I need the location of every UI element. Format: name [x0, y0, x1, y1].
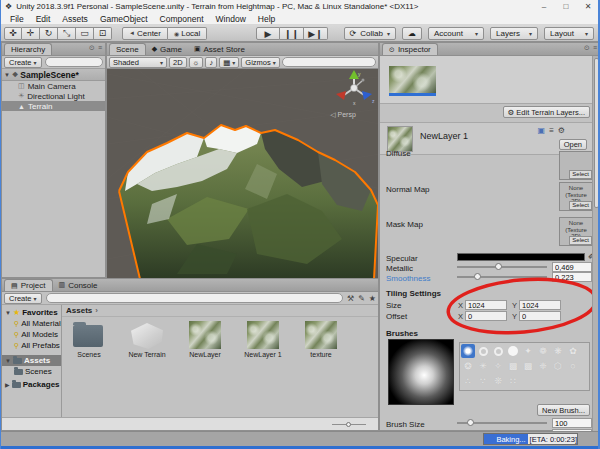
open-button[interactable]: Open	[559, 139, 587, 150]
transform-tool-icon[interactable]: ⊡	[94, 27, 112, 40]
smoothness-slider[interactable]	[457, 273, 547, 281]
hierarchy-search-input[interactable]	[45, 57, 103, 67]
foldout-icon[interactable]: ▼	[4, 72, 10, 78]
asset-texture[interactable]: texture	[296, 321, 346, 358]
tree-all-models[interactable]: ⚲All Models	[2, 329, 61, 340]
rect-tool-icon[interactable]: ▭	[76, 27, 94, 40]
brush-size-slider[interactable]	[457, 419, 547, 427]
normal-map-select-button[interactable]: Select	[569, 201, 592, 210]
brush-swatch-19[interactable]: ∷	[506, 374, 520, 388]
menu-component[interactable]: Component	[155, 14, 209, 24]
hand-tool-icon[interactable]: ✜	[4, 27, 22, 40]
search-by-type-icon[interactable]: ⚒	[347, 294, 354, 303]
scene-search-input[interactable]	[282, 57, 376, 67]
diffuse-select-button[interactable]: Select	[569, 170, 592, 179]
gear-icon[interactable]: ⚙	[558, 126, 565, 135]
tab-console[interactable]: ▥Console	[53, 279, 104, 291]
scale-tool-icon[interactable]: ⤡	[58, 27, 76, 40]
normal-map-slot[interactable]: None(Texture2D) Select	[559, 182, 593, 211]
scene-fx-dropdown[interactable]: ▦▾	[219, 57, 239, 68]
tab-game[interactable]: ◆Game	[146, 43, 188, 55]
brush-swatch-17[interactable]: ∵	[476, 374, 490, 388]
account-dropdown[interactable]: Account▾	[428, 27, 484, 40]
move-tool-icon[interactable]: ✛	[22, 27, 40, 40]
tab-scene[interactable]: Scene	[109, 43, 146, 55]
tab-project[interactable]: ▤Project	[4, 279, 53, 291]
menu-window[interactable]: Window	[211, 14, 251, 24]
close-button[interactable]: ✕	[577, 0, 599, 13]
tree-assets[interactable]: ▼Assets	[2, 355, 61, 366]
scene-root-row[interactable]: ▼ ❖ SampleScene*	[2, 69, 105, 81]
search-by-label-icon[interactable]: ✎	[358, 294, 365, 303]
brush-swatch-5[interactable]: ❁	[536, 344, 550, 358]
offset-y-field[interactable]	[519, 311, 561, 321]
favorites-star-icon[interactable]: ★	[369, 294, 376, 303]
shading-mode-dropdown[interactable]: Shaded▾	[109, 57, 167, 68]
brush-swatch-13[interactable]: ❈	[536, 359, 550, 373]
2d-toggle[interactable]: 2D	[169, 57, 187, 68]
hierarchy-item-main-camera[interactable]: ◫ Main Camera	[2, 81, 105, 91]
diffuse-texture-slot[interactable]: Select	[559, 151, 593, 180]
edit-terrain-layers-button[interactable]: ⚙ Edit Terrain Layers...	[503, 106, 590, 118]
collab-dropdown[interactable]: ⟳Collab▾	[344, 27, 396, 40]
menu-help[interactable]: Help	[253, 14, 280, 24]
menu-file[interactable]: File	[5, 14, 29, 24]
smoothness-value-field[interactable]	[552, 272, 592, 282]
brush-swatch-3[interactable]	[506, 344, 520, 358]
metallic-value-field[interactable]	[552, 262, 592, 272]
project-search-input[interactable]	[46, 293, 343, 303]
rotate-tool-icon[interactable]: ↻	[40, 27, 58, 40]
pivot-center-button[interactable]: ◄Center	[122, 27, 168, 40]
asset-new-terrain[interactable]: New Terrain	[122, 321, 172, 358]
offset-x-field[interactable]	[465, 311, 507, 321]
brush-palette[interactable]: ✦❁❋✿❂✳✧▩▩❈⬡○∴∵❊∷	[459, 342, 590, 391]
brush-swatch-18[interactable]: ❊	[491, 374, 505, 388]
tab-hierarchy[interactable]: Hierarchy	[4, 43, 52, 55]
scene-audio-toggle[interactable]: ♪	[205, 57, 217, 68]
brush-swatch-14[interactable]: ⬡	[551, 359, 565, 373]
tree-scenes[interactable]: Scenes	[2, 366, 61, 377]
cloud-button[interactable]: ☁	[402, 27, 422, 40]
pin-icon[interactable]: ⊙	[89, 44, 95, 52]
play-button[interactable]: ▶	[256, 27, 280, 40]
asset-newlayer[interactable]: NewLayer	[180, 321, 230, 358]
step-button[interactable]: ▶❙	[304, 27, 328, 40]
brush-swatch-10[interactable]: ✧	[491, 359, 505, 373]
brush-swatch-6[interactable]: ❋	[551, 344, 565, 358]
asset-scenes[interactable]: Scenes	[64, 321, 114, 358]
layout-dropdown[interactable]: Layout▾	[544, 27, 594, 40]
brush-swatch-4[interactable]: ✦	[521, 344, 535, 358]
brush-swatch-16[interactable]: ∴	[461, 374, 475, 388]
gizmos-dropdown[interactable]: Gizmos▾	[241, 57, 279, 68]
terrain-layer-thumbnail[interactable]	[389, 66, 436, 96]
maximize-button[interactable]: □	[555, 0, 577, 13]
layers-dropdown[interactable]: Layers▾	[490, 27, 538, 40]
brush-swatch-7[interactable]: ✿	[566, 344, 580, 358]
tab-asset-store[interactable]: ▣Asset Store	[188, 43, 251, 55]
tree-favorites[interactable]: ▼★Favorites	[2, 307, 61, 318]
icon-size-slider[interactable]	[332, 422, 366, 427]
tree-all-materials[interactable]: ⚲All Materials	[2, 318, 61, 329]
panel-menu-icon[interactable]: ≡	[593, 44, 597, 52]
size-x-field[interactable]	[465, 300, 507, 310]
specular-color-field[interactable]	[457, 253, 585, 261]
pause-button[interactable]: ❙❙	[280, 27, 304, 40]
brush-swatch-2[interactable]	[491, 344, 505, 358]
brush-swatch-8[interactable]: ❂	[461, 359, 475, 373]
tab-inspector[interactable]: ⊙Inspector	[382, 43, 438, 55]
tree-all-prefabs[interactable]: ⚲All Prefabs	[2, 340, 61, 351]
brush-swatch-1[interactable]	[476, 344, 490, 358]
brush-swatch-11[interactable]: ▩	[506, 359, 520, 373]
lock-icon[interactable]: ⊙	[584, 44, 590, 52]
pivot-local-button[interactable]: ◉Local	[168, 27, 207, 40]
sliders-icon[interactable]: ≡	[549, 126, 554, 135]
menu-assets[interactable]: Assets	[57, 14, 93, 24]
hierarchy-create-button[interactable]: Create▾	[4, 57, 42, 68]
mask-map-slot[interactable]: None(Texture2D) Select	[559, 217, 593, 246]
metallic-slider[interactable]	[457, 263, 547, 271]
minimize-button[interactable]: –	[533, 0, 555, 13]
tree-packages[interactable]: ▶Packages	[2, 379, 61, 390]
brush-swatch-0[interactable]	[461, 344, 475, 358]
preset-icon[interactable]: ▣	[538, 126, 546, 135]
new-brush-button[interactable]: New Brush...	[537, 404, 590, 416]
